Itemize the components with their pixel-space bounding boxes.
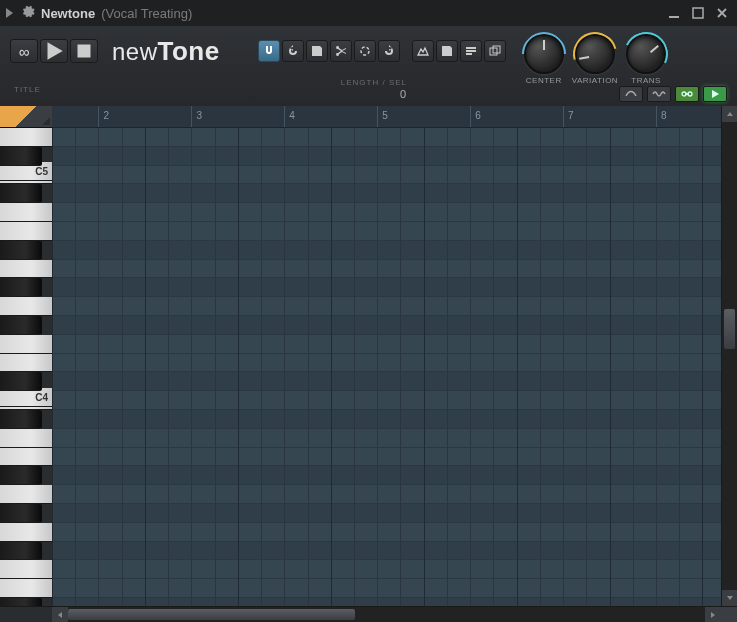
svg-rect-1: [693, 8, 703, 18]
variation-knob[interactable]: [575, 34, 615, 74]
close-button[interactable]: [713, 4, 731, 22]
loop-button[interactable]: ∞: [10, 39, 38, 63]
center-knob-unit: CENTER: [524, 34, 564, 85]
bar-marker[interactable]: 7: [563, 106, 574, 127]
magnet-snap-button[interactable]: [258, 40, 280, 62]
black-key[interactable]: [0, 598, 42, 606]
length-display: LENGTH / SEL 0: [341, 78, 407, 100]
trans-knob[interactable]: [626, 34, 666, 74]
cut-scissors-button[interactable]: [330, 40, 352, 62]
svg-rect-0: [669, 16, 679, 18]
bar-marker[interactable]: 4: [284, 106, 295, 127]
link-mode-button[interactable]: [675, 86, 699, 102]
black-key[interactable]: [0, 184, 42, 203]
bar-marker[interactable]: 5: [377, 106, 388, 127]
variation-knob-unit: VARIATION: [572, 34, 618, 85]
loop-select-button[interactable]: [354, 40, 376, 62]
bar-marker[interactable]: 2: [98, 106, 109, 127]
trans-knob-unit: TRANS: [626, 34, 666, 85]
white-key[interactable]: [0, 203, 52, 222]
black-key[interactable]: [0, 147, 42, 166]
svg-rect-5: [466, 50, 476, 52]
transport-controls: ∞: [10, 38, 98, 64]
title-label: TITLE: [14, 85, 41, 94]
black-key[interactable]: [0, 542, 42, 561]
black-key[interactable]: [0, 466, 42, 485]
live-play-button[interactable]: [703, 86, 727, 102]
disk-save-button[interactable]: [306, 40, 328, 62]
scroll-down-arrow-icon[interactable]: [722, 590, 737, 606]
svg-point-3: [361, 47, 369, 55]
white-key[interactable]: [0, 448, 52, 467]
note-label: C5: [35, 165, 48, 176]
vibrato-mode-button[interactable]: [647, 86, 671, 102]
vscroll-track[interactable]: [722, 122, 737, 590]
variation-knob-label: VARIATION: [572, 76, 618, 85]
vscroll-thumb[interactable]: [724, 309, 735, 349]
white-key[interactable]: [0, 354, 52, 373]
maximize-button[interactable]: [689, 4, 707, 22]
bar-marker[interactable]: 8: [656, 106, 667, 127]
stop-button[interactable]: [70, 39, 98, 63]
save-project-button[interactable]: [436, 40, 458, 62]
white-key[interactable]: [0, 128, 52, 147]
black-key[interactable]: [0, 410, 42, 429]
collapse-triangle-icon[interactable]: [6, 8, 13, 18]
newtone-window: Newtone (Vocal Treating) ∞ newTone: [0, 0, 737, 622]
bar-marker[interactable]: 6: [470, 106, 481, 127]
black-key[interactable]: [0, 372, 42, 391]
center-knob-label: CENTER: [526, 76, 562, 85]
knob-section: CENTER VARIATION TRANS: [524, 34, 666, 85]
scroll-right-arrow-icon[interactable]: [705, 607, 721, 622]
svg-rect-6: [466, 53, 472, 55]
minimize-button[interactable]: [665, 4, 683, 22]
black-key[interactable]: [0, 504, 42, 523]
legato-mode-button[interactable]: [619, 86, 643, 102]
toolbar: ∞ newTone CENTER: [0, 26, 737, 106]
white-key[interactable]: [0, 429, 52, 448]
bar-marker[interactable]: 3: [191, 106, 202, 127]
scroll-up-arrow-icon[interactable]: [722, 106, 737, 122]
drag-copy-button[interactable]: [484, 40, 506, 62]
redo-button[interactable]: [378, 40, 400, 62]
center-knob[interactable]: [524, 34, 564, 74]
play-button[interactable]: [40, 39, 68, 63]
app-title: Newtone: [41, 6, 95, 21]
black-key[interactable]: [0, 241, 42, 260]
note-label: C4: [35, 391, 48, 402]
white-key[interactable]: [0, 560, 52, 579]
white-key[interactable]: [0, 335, 52, 354]
send-to-playlist-button[interactable]: [460, 40, 482, 62]
titlebar: Newtone (Vocal Treating): [0, 0, 737, 26]
white-key[interactable]: [0, 222, 52, 241]
note-grid[interactable]: [52, 128, 721, 606]
white-key[interactable]: [0, 485, 52, 504]
info-row: TITLE LENGTH / SEL 0: [14, 78, 407, 100]
white-key[interactable]: [0, 523, 52, 542]
scroll-left-arrow-icon[interactable]: [52, 607, 68, 622]
newtone-logo: newTone: [112, 36, 220, 67]
hscroll-corner: [0, 607, 52, 622]
grid-area: 2345678: [52, 106, 721, 606]
vertical-scrollbar[interactable]: [721, 106, 737, 606]
svg-rect-4: [466, 47, 476, 49]
gear-icon[interactable]: [19, 3, 35, 23]
undo-button[interactable]: [282, 40, 304, 62]
white-key[interactable]: [0, 297, 52, 316]
horizontal-scrollbar[interactable]: [0, 606, 737, 622]
black-key[interactable]: [0, 278, 42, 297]
hscroll-thumb[interactable]: [68, 609, 355, 620]
black-key[interactable]: [0, 316, 42, 335]
mode-row: [619, 86, 727, 102]
svg-rect-11: [685, 93, 689, 95]
slip-button[interactable]: [412, 40, 434, 62]
white-key[interactable]: [0, 260, 52, 279]
length-label: LENGTH / SEL: [341, 78, 407, 87]
white-key[interactable]: [0, 579, 52, 598]
piano-keyboard[interactable]: C5C4C3: [0, 128, 52, 606]
piano-column: C5C4C3: [0, 106, 52, 606]
timeline-ruler[interactable]: 2345678: [52, 106, 721, 128]
hscroll-track[interactable]: [68, 607, 705, 622]
tool-group-edit: [258, 40, 400, 64]
piano-corner[interactable]: [0, 106, 52, 128]
